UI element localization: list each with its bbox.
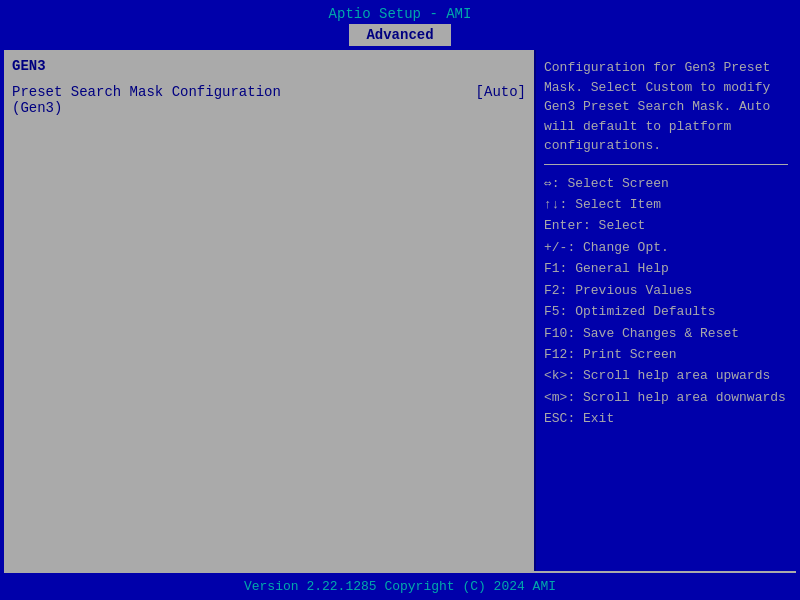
right-panel: Configuration for Gen3 Preset Mask. Sele… xyxy=(536,50,796,571)
key-help-item: F10: Save Changes & Reset xyxy=(544,323,788,344)
tab-bar: Advanced xyxy=(0,22,800,46)
section-title: GEN3 xyxy=(12,58,526,74)
key-help-item: ESC: Exit xyxy=(544,408,788,429)
key-help-item: ↑↓: Select Item xyxy=(544,194,788,215)
key-help-item: <k>: Scroll help area upwards xyxy=(544,365,788,386)
footer-text: Version 2.22.1285 Copyright (C) 2024 AMI xyxy=(244,579,556,594)
key-help: ⇔: Select Screen↑↓: Select ItemEnter: Se… xyxy=(544,173,788,430)
key-help-item: <m>: Scroll help area downwards xyxy=(544,387,788,408)
config-sub: (Gen3) xyxy=(12,100,526,116)
config-value[interactable]: [Auto] xyxy=(476,84,526,100)
key-help-item: Enter: Select xyxy=(544,215,788,236)
config-row: Preset Search Mask Configuration [Auto] xyxy=(12,84,526,100)
footer: Version 2.22.1285 Copyright (C) 2024 AMI xyxy=(4,571,796,600)
app-title: Aptio Setup - AMI xyxy=(329,6,472,22)
key-help-item: F5: Optimized Defaults xyxy=(544,301,788,322)
key-help-item: F2: Previous Values xyxy=(544,280,788,301)
title-bar: Aptio Setup - AMI xyxy=(0,0,800,22)
help-text: Configuration for Gen3 Preset Mask. Sele… xyxy=(544,58,788,165)
left-panel: GEN3 Preset Search Mask Configuration [A… xyxy=(4,50,536,571)
key-help-item: F1: General Help xyxy=(544,258,788,279)
key-help-item: ⇔: Select Screen xyxy=(544,173,788,194)
key-help-item: F12: Print Screen xyxy=(544,344,788,365)
key-help-item: +/-: Change Opt. xyxy=(544,237,788,258)
main-content: GEN3 Preset Search Mask Configuration [A… xyxy=(4,50,796,571)
config-label: Preset Search Mask Configuration xyxy=(12,84,468,100)
tab-advanced[interactable]: Advanced xyxy=(349,24,450,46)
